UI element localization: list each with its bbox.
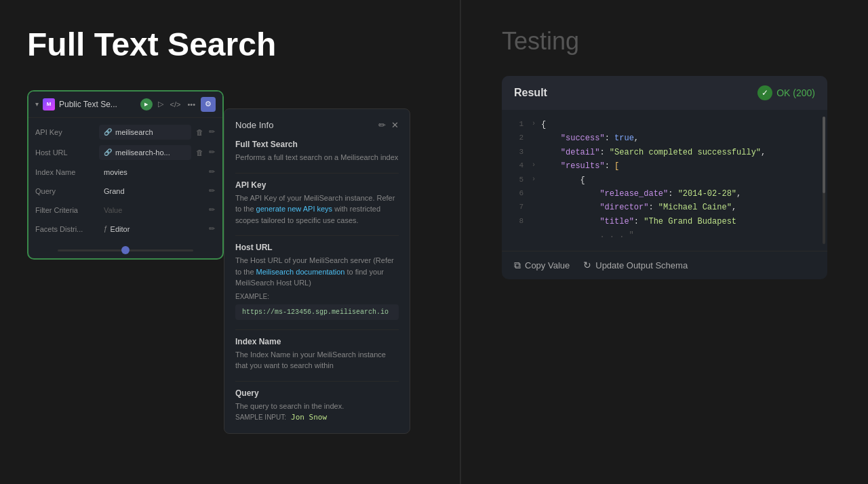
play-button[interactable]: ▷ — [157, 98, 165, 110]
generate-api-keys-link[interactable]: generate new API keys — [256, 205, 335, 213]
line-num-2: 2 — [507, 132, 524, 144]
slider-thumb[interactable] — [121, 246, 130, 254]
code-block: 1 › { 2 "success": true, 3 "detail" — [502, 110, 827, 251]
copy-icon: ⧉ — [514, 260, 521, 271]
host-url-value: meilisearch-ho... — [115, 148, 170, 157]
info-main-desc: Performs a full text search on a Meilise… — [235, 152, 399, 163]
more-button[interactable]: ••• — [186, 99, 197, 110]
line-num-4: 4 — [507, 159, 524, 172]
code-line-8: 8 "title": "The Grand Budapest — [502, 215, 827, 228]
meilisearch-docs-link[interactable]: Meilisearch documentation — [256, 268, 347, 276]
info-host-title: Host URL — [235, 243, 399, 252]
field-row-host-url: Host URL 🔗 meilisearch-ho... 🗑 ✏ — [28, 142, 222, 163]
edit-node-info-btn[interactable]: ✏ — [378, 120, 386, 130]
info-query-title: Query — [235, 388, 399, 398]
testing-title: Testing — [502, 27, 841, 56]
close-node-info-btn[interactable]: ✕ — [391, 120, 399, 130]
result-status: ✓ OK (200) — [757, 85, 815, 100]
editor-label: Editor — [111, 225, 130, 233]
line-num-8: 8 — [507, 215, 524, 228]
field-row-index-name: Index Name movies ✏ — [28, 163, 222, 182]
field-label-api-key: API Key — [35, 128, 95, 136]
status-ok-icon: ✓ — [757, 85, 772, 100]
field-row-filter: Filter Criteria Value ✏ — [28, 201, 222, 220]
line-num-7: 7 — [507, 201, 524, 214]
field-label-query: Query — [35, 187, 95, 195]
field-label-facets: Facets Distri... — [35, 225, 95, 233]
code-line-2: 2 "success": true, — [502, 132, 827, 145]
slider-track[interactable] — [58, 249, 193, 251]
example-label: EXAMPLE: — [235, 293, 399, 300]
filter-value: Value — [99, 204, 204, 216]
code-content-9: . . . " — [541, 228, 822, 242]
code-content-5: { — [541, 174, 822, 187]
delete-api-key[interactable]: 🗑 — [195, 127, 204, 137]
node-info-title: Node Info — [235, 120, 273, 130]
code-content-2: "success": true, — [541, 132, 822, 145]
status-ok-text: OK (200) — [776, 87, 815, 98]
copy-value-button[interactable]: ⧉ Copy Value — [514, 260, 570, 271]
query-sample-label: SAMPLE INPUT: — [235, 414, 286, 421]
code-line-7: 7 "director": "Michael Caine", — [502, 201, 827, 214]
line-num-3: 3 — [507, 146, 524, 159]
node-card: ▾ M Public Text Se... ▷ </> ••• ⚙ API Ke… — [27, 90, 224, 260]
edit-index-name[interactable]: ✏ — [208, 167, 216, 177]
edit-host-url[interactable]: ✏ — [208, 147, 216, 157]
settings-button[interactable]: ⚙ — [201, 97, 216, 112]
code-line-4: 4 › "results": [ — [502, 159, 827, 173]
edit-filter[interactable]: ✏ — [208, 205, 216, 215]
panel-divider — [460, 0, 461, 484]
field-row-query: Query Grand ✏ — [28, 182, 222, 201]
update-schema-button[interactable]: ↻ Update Output Schema — [583, 260, 688, 270]
edit-facets[interactable]: ✏ — [208, 224, 216, 234]
edit-query[interactable]: ✏ — [208, 186, 216, 196]
info-divider-2 — [235, 235, 399, 236]
code-line-6: 6 "release_date": "2014-02-28", — [502, 187, 827, 201]
info-section-index: Index Name The Index Name in your MeiliS… — [235, 337, 399, 371]
result-footer: ⧉ Copy Value ↻ Update Output Schema — [502, 251, 827, 279]
info-main-title: Full Text Search — [235, 140, 399, 149]
info-host-desc: The Host URL of your MeiliSearch server … — [235, 255, 399, 289]
code-content-1: { — [541, 118, 822, 132]
field-label-filter: Filter Criteria — [35, 206, 95, 214]
code-button[interactable]: </> — [169, 99, 182, 110]
code-content-8: "title": "The Grand Budapest — [541, 215, 822, 228]
field-value-api-key[interactable]: 🔗 meilisearch — [99, 125, 191, 140]
info-index-title: Index Name — [235, 337, 399, 346]
result-scrollbar[interactable] — [823, 117, 825, 244]
info-query-desc: The query to search in the index. SAMPLE… — [235, 401, 399, 424]
line-num-6: 6 — [507, 187, 524, 200]
node-header-actions: ▷ </> ••• ⚙ — [140, 97, 216, 112]
code-line-3: 3 "detail": "Search completed successful… — [502, 146, 827, 159]
info-divider-3 — [235, 329, 399, 330]
edit-api-key[interactable]: ✏ — [208, 127, 216, 137]
collapse-icon: ▾ — [35, 100, 39, 108]
left-panel: Full Text Search ▾ M Public Text Se... ▷… — [0, 0, 461, 484]
right-panel: Testing Result ✓ OK (200) 1 › { 2 — [461, 0, 868, 484]
run-button[interactable] — [140, 98, 153, 110]
result-card: Result ✓ OK (200) 1 › { 2 "success": tru… — [502, 76, 827, 279]
delete-host-url[interactable]: 🗑 — [195, 148, 204, 157]
code-line-5: 5 › { — [502, 174, 827, 187]
query-sample-value: Jon Snow — [291, 413, 327, 422]
line-chevron-4: › — [532, 159, 540, 171]
api-key-value: meilisearch — [115, 128, 153, 136]
info-api-title: API Key — [235, 180, 399, 190]
node-header: ▾ M Public Text Se... ▷ </> ••• ⚙ — [28, 92, 222, 118]
info-divider-1 — [235, 173, 399, 174]
facets-editor[interactable]: ƒ Editor — [99, 223, 204, 235]
node-info-panel: Node Info ✏ ✕ Full Text Search Performs … — [224, 108, 410, 434]
info-divider-5 — [235, 433, 399, 434]
node-fields: API Key 🔗 meilisearch 🗑 ✏ Host URL 🔗 mei… — [28, 118, 222, 243]
info-api-desc: The API Key of your MeiliSearch instance… — [235, 193, 399, 226]
field-value-host-url[interactable]: 🔗 meilisearch-ho... — [99, 145, 191, 160]
formula-icon: ƒ — [104, 225, 108, 233]
index-name-value: movies — [99, 166, 204, 178]
query-value: Grand — [99, 185, 204, 197]
result-title: Result — [514, 87, 547, 99]
field-label-host-url: Host URL — [35, 148, 95, 157]
result-scroll-area: 1 › { 2 "success": true, 3 "detail" — [502, 110, 827, 251]
code-content-6: "release_date": "2014-02-28", — [541, 187, 822, 201]
node-footer — [28, 243, 222, 258]
info-section-main: Full Text Search Performs a full text se… — [235, 140, 399, 163]
